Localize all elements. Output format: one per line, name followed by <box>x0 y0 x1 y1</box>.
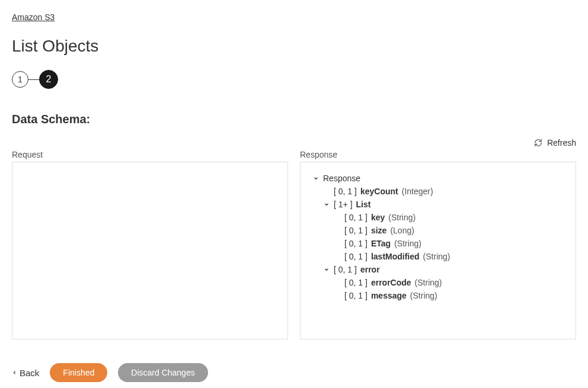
tree-field-name: size <box>371 226 386 235</box>
tree-node-list[interactable]: [ 1+ ] List <box>312 198 564 211</box>
tree-cardinality: [ 0, 1 ] <box>344 278 368 287</box>
breadcrumb-service[interactable]: Amazon S3 <box>12 12 55 22</box>
tree-field-type: (Integer) <box>402 187 433 196</box>
response-panel-body[interactable]: Response [ 0, 1 ] keyCount (Integer) [ 1… <box>300 162 576 339</box>
tree-node-label: Response <box>323 174 360 183</box>
tree-field-name: ETag <box>371 239 391 248</box>
chevron-down-icon[interactable] <box>312 175 319 182</box>
page-title: List Objects <box>12 37 576 56</box>
tree-node-response[interactable]: Response <box>312 172 564 185</box>
tree-field-name: error <box>360 265 380 274</box>
refresh-label: Refresh <box>547 138 576 147</box>
tree-field-name: keyCount <box>360 187 398 196</box>
request-panel-label: Request <box>12 150 288 159</box>
request-panel: Request <box>12 150 288 339</box>
tree-field-name: message <box>371 291 407 300</box>
request-panel-body[interactable] <box>12 162 288 339</box>
tree-cardinality: [ 0, 1 ] <box>334 187 357 196</box>
tree-field-name: List <box>356 200 371 209</box>
tree-field-type: (String) <box>388 213 416 222</box>
tree-cardinality: [ 0, 1 ] <box>344 252 368 261</box>
tree-field-type: (String) <box>410 291 437 300</box>
tree-node-etag[interactable]: [ 0, 1 ] ETag (String) <box>312 237 564 250</box>
tree-cardinality: [ 1+ ] <box>334 200 353 209</box>
refresh-icon <box>534 139 542 147</box>
tree-node-message[interactable]: [ 0, 1 ] message (String) <box>312 289 564 302</box>
step-2[interactable]: 2 <box>39 70 58 89</box>
chevron-down-icon[interactable] <box>323 201 330 208</box>
response-panel-label: Response <box>300 150 576 159</box>
back-button-label: Back <box>20 368 39 378</box>
footer-buttons: Back Finished Discard Changes <box>12 363 576 382</box>
tree-node-error[interactable]: [ 0, 1 ] error <box>312 263 564 276</box>
tree-cardinality: [ 0, 1 ] <box>344 226 368 235</box>
tree-field-type: (Long) <box>390 226 414 235</box>
response-panel: Response Response [ 0, 1 ] keyCount (Int… <box>300 150 576 339</box>
tree-cardinality: [ 0, 1 ] <box>344 213 368 222</box>
tree-field-type: (String) <box>423 252 450 261</box>
tree-field-name: lastModified <box>371 252 420 261</box>
back-button[interactable]: Back <box>12 368 39 378</box>
tree-node-key[interactable]: [ 0, 1 ] key (String) <box>312 211 564 224</box>
tree-field-name: errorCode <box>371 278 411 287</box>
chevron-left-icon <box>12 368 17 377</box>
tree-node-keycount[interactable]: [ 0, 1 ] keyCount (Integer) <box>312 185 564 198</box>
step-1[interactable]: 1 <box>12 71 28 88</box>
tree-cardinality: [ 0, 1 ] <box>344 239 368 248</box>
stepper: 1 2 <box>12 70 576 89</box>
discard-button[interactable]: Discard Changes <box>118 363 207 382</box>
finished-button[interactable]: Finished <box>50 363 107 382</box>
tree-cardinality: [ 0, 1 ] <box>334 265 357 274</box>
tree-node-size[interactable]: [ 0, 1 ] size (Long) <box>312 224 564 237</box>
tree-node-lastmodified[interactable]: [ 0, 1 ] lastModified (String) <box>312 250 564 263</box>
tree-field-type: (String) <box>394 239 421 248</box>
section-title: Data Schema: <box>12 113 576 126</box>
tree-node-errorcode[interactable]: [ 0, 1 ] errorCode (String) <box>312 276 564 289</box>
step-connector <box>28 79 39 80</box>
chevron-down-icon[interactable] <box>323 266 330 273</box>
tree-field-type: (String) <box>415 278 442 287</box>
tree-cardinality: [ 0, 1 ] <box>344 291 368 300</box>
refresh-button[interactable]: Refresh <box>12 138 576 147</box>
tree-field-name: key <box>371 213 385 222</box>
